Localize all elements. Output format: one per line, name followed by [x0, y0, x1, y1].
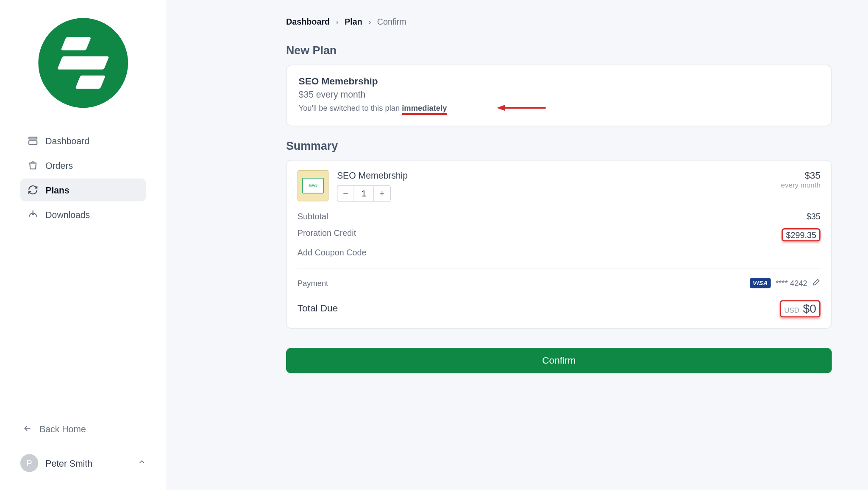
- annotation-arrow-icon: [497, 103, 546, 115]
- payment-row: Payment VISA **** 4242: [298, 274, 821, 297]
- qty-value: 1: [354, 186, 373, 202]
- annotation-highlight: $299.35: [782, 228, 821, 241]
- svg-rect-0: [29, 137, 37, 139]
- sidebar-item-orders[interactable]: Orders: [20, 154, 146, 177]
- sidebar-item-label: Downloads: [45, 209, 90, 219]
- add-coupon-link[interactable]: Add Coupon Code: [298, 245, 821, 264]
- plan-price: $35 every month: [299, 89, 819, 99]
- sidebar-item-dashboard[interactable]: Dashboard: [20, 129, 146, 152]
- item-title: SEO Memebrship: [337, 170, 773, 180]
- logo: [20, 18, 146, 108]
- item-price: $35 every month: [781, 170, 821, 189]
- dashboard-icon: [28, 135, 38, 146]
- back-home-label: Back Home: [39, 424, 86, 434]
- item-thumbnail: SEO: [298, 170, 328, 201]
- main-content: Dashboard › Plan › Confirm New Plan SEO …: [167, 0, 868, 490]
- annotation-highlight: USD $0: [780, 300, 820, 317]
- new-plan-title: New Plan: [286, 44, 832, 57]
- breadcrumb-plan[interactable]: Plan: [345, 17, 362, 27]
- line-item: SEO SEO Memebrship − 1 + $35 every month: [298, 170, 821, 202]
- switch-note: You'll be switched to this plan immediat…: [299, 103, 819, 115]
- sidebar: Dashboard Orders Plans Downloads: [0, 0, 167, 490]
- plan-name: SEO Memebrship: [299, 76, 819, 87]
- chevron-up-icon: [138, 458, 146, 468]
- card-mask: **** 4242: [776, 278, 807, 287]
- proration-row: Proration Credit $299.35: [298, 224, 821, 245]
- svg-rect-1: [29, 141, 37, 144]
- download-icon: [28, 209, 38, 220]
- nav: Dashboard Orders Plans Downloads: [20, 129, 146, 226]
- total-row: Total Due USD $0: [298, 297, 821, 319]
- avatar: P: [20, 454, 38, 472]
- breadcrumb: Dashboard › Plan › Confirm: [286, 17, 832, 27]
- chevron-right-icon: ›: [368, 17, 371, 27]
- arrow-left-icon: [23, 423, 33, 435]
- sidebar-item-label: Plans: [45, 185, 70, 195]
- quantity-stepper: − 1 +: [337, 185, 391, 202]
- sidebar-item-label: Orders: [45, 160, 73, 171]
- confirm-button[interactable]: Confirm: [286, 348, 832, 373]
- qty-minus-button[interactable]: −: [337, 186, 354, 202]
- refresh-icon: [28, 185, 38, 195]
- new-plan-card: SEO Memebrship $35 every month You'll be…: [286, 64, 832, 126]
- summary-title: Summary: [286, 140, 832, 153]
- sidebar-item-downloads[interactable]: Downloads: [20, 203, 146, 226]
- breadcrumb-dashboard[interactable]: Dashboard: [286, 17, 330, 27]
- back-home-link[interactable]: Back Home: [20, 419, 146, 440]
- breadcrumb-confirm: Confirm: [377, 17, 406, 27]
- subtotal-row: Subtotal $35: [298, 208, 821, 225]
- edit-payment-icon[interactable]: [812, 278, 821, 288]
- chevron-right-icon: ›: [336, 17, 339, 27]
- sidebar-item-plans[interactable]: Plans: [20, 179, 146, 202]
- sidebar-item-label: Dashboard: [45, 136, 89, 146]
- svg-marker-3: [497, 105, 505, 111]
- divider: [298, 268, 821, 268]
- user-menu[interactable]: P Peter Smith: [20, 454, 146, 472]
- bag-icon: [28, 160, 38, 171]
- user-name: Peter Smith: [45, 458, 131, 468]
- card-brand-badge: VISA: [750, 278, 771, 288]
- summary-card: SEO SEO Memebrship − 1 + $35 every month…: [286, 160, 832, 329]
- qty-plus-button[interactable]: +: [373, 186, 390, 202]
